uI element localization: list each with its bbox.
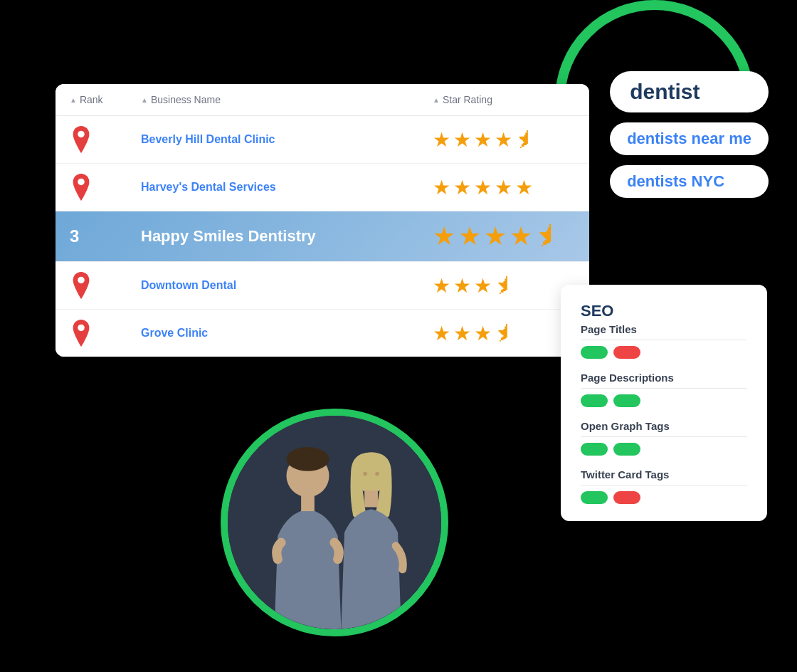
- rank-col-5: 5: [70, 320, 141, 347]
- star: ★: [474, 274, 492, 298]
- svg-point-14: [363, 472, 367, 476]
- indicator-green: [581, 346, 608, 359]
- seo-section-page-descriptions: Page Descriptions: [581, 372, 747, 407]
- table-row-highlighted: 3 Happy Smiles Dentistry ★ ★ ★ ★ ⯨: [56, 211, 589, 262]
- star-half: ⯨: [495, 274, 514, 298]
- star: ★: [515, 176, 533, 199]
- map-pin-5: 5: [70, 320, 93, 347]
- star: ★: [474, 322, 492, 345]
- svg-rect-11: [301, 495, 315, 511]
- stars-col-3: ★ ★ ★ ★ ⯨: [433, 221, 575, 251]
- star: ★: [495, 176, 512, 199]
- star-half: ⯨: [535, 221, 561, 251]
- sort-arrow-rating: ▲: [433, 96, 440, 104]
- business-name-4: Downtown Dental: [141, 279, 433, 292]
- rank-col-2: 2: [70, 174, 141, 201]
- ranking-table: ▲ Rank ▲ Business Name ▲ Star Rating 1 B…: [56, 84, 589, 357]
- seo-open-graph-label: Open Graph Tags: [581, 420, 747, 432]
- stars-col-1: ★ ★ ★ ★ ⯨: [433, 128, 575, 152]
- svg-rect-13: [364, 490, 378, 507]
- svg-point-15: [375, 472, 379, 476]
- seo-divider: [581, 436, 747, 437]
- svg-text:4: 4: [80, 277, 83, 284]
- star: ★: [453, 128, 471, 152]
- seo-twitter-card-label: Twitter Card Tags: [581, 468, 747, 481]
- rank-col-4: 4: [70, 272, 141, 299]
- svg-text:5: 5: [80, 325, 83, 332]
- stars-col-5: ★ ★ ★ ⯨: [433, 322, 575, 345]
- star: ★: [474, 128, 492, 152]
- header-business: ▲ Business Name: [141, 94, 433, 105]
- svg-point-10: [287, 447, 329, 471]
- keyword-second: dentists near me: [610, 122, 769, 155]
- seo-twitter-card-indicators: [581, 491, 747, 504]
- seo-section-twitter-card: Twitter Card Tags: [581, 468, 747, 504]
- star: ★: [433, 221, 455, 251]
- star: ★: [484, 221, 507, 251]
- indicator-green: [581, 394, 608, 407]
- table-header: ▲ Rank ▲ Business Name ▲ Star Rating: [56, 84, 589, 116]
- seo-panel: SEO Page Titles Page Descriptions Open G…: [561, 285, 767, 521]
- business-name-2: Harvey's Dental Services: [141, 181, 433, 194]
- rank-col-3: 3: [70, 226, 141, 246]
- map-pin-2: 2: [70, 174, 93, 201]
- business-name-3: Happy Smiles Dentistry: [141, 227, 433, 246]
- star: ★: [433, 274, 450, 298]
- seo-page-titles-indicators: [581, 346, 747, 359]
- star: ★: [458, 221, 481, 251]
- stars-col-4: ★ ★ ★ ⯨: [433, 274, 575, 298]
- seo-open-graph-indicators: [581, 443, 747, 456]
- star: ★: [474, 176, 492, 199]
- seo-title: SEO: [581, 302, 747, 320]
- seo-page-titles-label: Page Titles: [581, 323, 747, 335]
- svg-text:1: 1: [80, 131, 83, 138]
- star: ★: [453, 274, 471, 298]
- map-pin-4: 4: [70, 272, 93, 299]
- stars-col-2: ★ ★ ★ ★ ★: [433, 176, 575, 199]
- business-name-1: Beverly Hill Dental Clinic: [141, 133, 433, 146]
- header-rating: ▲ Star Rating: [433, 94, 575, 105]
- seo-page-descriptions-label: Page Descriptions: [581, 372, 747, 384]
- people-svg: [228, 416, 441, 629]
- star: ★: [453, 322, 471, 345]
- star: ★: [453, 176, 471, 199]
- profile-circle: [221, 409, 448, 636]
- indicator-green: [613, 443, 640, 456]
- svg-text:2: 2: [80, 179, 83, 186]
- indicator-red: [613, 491, 640, 504]
- indicator-green: [581, 443, 608, 456]
- map-pin-1: 1: [70, 126, 93, 153]
- table-row: 1 Beverly Hill Dental Clinic ★ ★ ★ ★ ⯨: [56, 116, 589, 164]
- keyword-main: dentist: [610, 71, 769, 112]
- people-image: [228, 416, 441, 629]
- business-name-5: Grove Clinic: [141, 327, 433, 340]
- star-half: ⯨: [515, 128, 535, 152]
- rank-col-1: 1: [70, 126, 141, 153]
- seo-divider: [581, 388, 747, 389]
- seo-divider: [581, 485, 747, 485]
- star: ★: [433, 128, 450, 152]
- sort-arrow-rank: ▲: [70, 96, 77, 104]
- indicator-red: [613, 346, 640, 359]
- seo-divider: [581, 340, 747, 340]
- keyword-bubbles: dentist dentists near me dentists NYC: [610, 71, 769, 198]
- header-rank: ▲ Rank: [70, 94, 141, 105]
- seo-section-open-graph: Open Graph Tags: [581, 420, 747, 456]
- table-row: 4 Downtown Dental ★ ★ ★ ⯨: [56, 262, 589, 310]
- table-row: 2 Harvey's Dental Services ★ ★ ★ ★ ★: [56, 164, 589, 211]
- star: ★: [433, 176, 450, 199]
- sort-arrow-business: ▲: [141, 96, 148, 104]
- keyword-third: dentists NYC: [610, 165, 769, 198]
- indicator-green: [581, 491, 608, 504]
- star-half: ⯨: [495, 322, 514, 345]
- star: ★: [495, 128, 512, 152]
- indicator-green: [613, 394, 640, 407]
- seo-page-descriptions-indicators: [581, 394, 747, 407]
- seo-section-page-titles: Page Titles: [581, 323, 747, 359]
- star: ★: [510, 221, 532, 251]
- star: ★: [433, 322, 450, 345]
- table-row: 5 Grove Clinic ★ ★ ★ ⯨: [56, 310, 589, 357]
